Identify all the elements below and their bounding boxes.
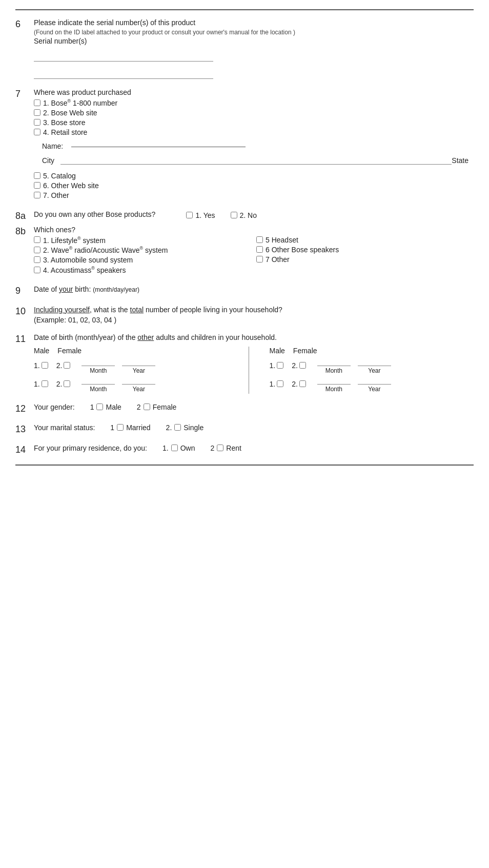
q11-left: Male Female 1. 2. Month [34,347,249,394]
q11-l-r1-f-checkbox[interactable] [64,362,70,369]
q11-r-r1-month-area: Month [317,357,351,374]
q14-rent-checkbox[interactable] [217,445,223,451]
q11-r-r1-f-checkbox[interactable] [299,362,306,369]
q11-r-r2-year-area: Year [358,375,391,393]
q11-title: Date of birth (month/year) of the other … [34,333,474,341]
q7-checkbox-6[interactable] [34,182,40,189]
q13-married-checkbox[interactable] [117,424,124,431]
section-7: 7 Where was product purchased 1. Bose® 1… [15,88,474,201]
q7-option-3-label: 3. Bose store [43,118,86,127]
q11-right-row2: 1. 2. Month Year [270,375,474,393]
q11-l-r2-year-input[interactable] [122,375,155,385]
q9-title-underline: your [59,285,73,293]
q8b-content: Which ones? 1. Lifestyle® system 2. Wave… [34,226,474,276]
serial-input-1[interactable] [34,50,213,62]
q14-title: For your primary residence, do you: [34,444,147,452]
q8b-title: Which ones? [34,226,474,234]
q12-female-label: Female [153,403,177,411]
q8b-checkbox-5[interactable] [256,236,263,243]
q8b-opt-7: 7 Other [256,255,474,264]
q10-number: 10 [15,306,34,324]
q7-option-6-label: 6. Other Web site [43,181,99,190]
q11-left-row2: 1. 2. Month Year [34,375,238,393]
q8b-checkbox-3[interactable] [34,256,40,263]
q11-l-r1-month-area: Month [82,357,115,374]
q8b-opt-4-label: 4. Acoustimass® speakers [43,266,126,274]
q13-married-label: Married [126,423,150,432]
q7-checkbox-1[interactable] [34,99,40,106]
q13-row: Your marital status: 1 Married 2. Single [34,423,474,432]
q8b-checkbox-6[interactable] [256,246,263,253]
q7-option-5-label: 5. Catalog [43,172,76,180]
q12-female-checkbox[interactable] [144,403,150,410]
section-8a: 8a Do you own any other Bose products? 1… [15,210,474,221]
q11-r-r1-year-area: Year [358,357,391,374]
section-6: 6 Please indicate the serial number(s) o… [15,18,474,79]
q7-option-1-label: 1. Bose® 1-800 number [43,98,117,107]
q6-subtitle: (Found on the ID label attached to your … [34,29,474,36]
q13-single-num: 2. [166,423,172,432]
q11-l-r1-m-checkbox[interactable] [42,362,48,369]
q11-l-r2-month-input[interactable] [82,375,115,385]
q11-r-r2-f-checkbox[interactable] [299,380,306,387]
q11-r-r2-year-input[interactable] [358,375,391,385]
q10-title: Including yourself, what is the total nu… [34,306,474,314]
q7-option-3: 3. Bose store [34,118,474,127]
q11-r-r1-female: 2. [292,361,306,370]
q7-name-input[interactable] [71,138,246,147]
q11-l-r2-year-area: Year [122,375,155,393]
q14-own-checkbox[interactable] [171,445,178,451]
q9-title-prefix: Date of [34,285,59,293]
q7-option-2-label: 2. Bose Web site [43,109,97,117]
q12-row: Your gender: 1 Male 2 Female [34,403,474,411]
q10-including: Including yourself, [34,306,92,314]
q11-left-female-label: Female [57,347,82,355]
q11-l-r2-month-label: Month [82,386,115,393]
q7-city-input[interactable] [60,154,452,165]
q7-checkbox-5[interactable] [34,172,40,179]
q7-option-6: 6. Other Web site [34,181,474,190]
q8b-opt-5: 5 Headset [256,236,474,244]
q7-checkbox-2[interactable] [34,109,40,116]
section-10: 10 Including yourself, what is the total… [15,306,474,324]
q7-option-4-label: 4. Retail store [43,128,87,136]
q12-male-num: 1 [90,403,94,411]
q7-title: Where was product purchased [34,88,474,96]
q11-l-r2-f-checkbox[interactable] [64,380,70,387]
q11-l-r1-m-num: 1. [34,361,40,370]
serial-row-1 [34,50,474,62]
q8b-checkbox-2[interactable] [34,247,40,253]
q11-l-r1-year-input[interactable] [122,357,155,366]
q8b-checkbox-4[interactable] [34,267,40,273]
q9-title-suffix: birth: (month/day/year) [73,285,139,293]
q11-l-r2-m-num: 1. [34,380,40,388]
q8a-yes-checkbox[interactable] [186,212,193,218]
q8b-num-label: 8b [15,226,26,236]
serial-input-2[interactable] [34,68,213,79]
q13-single-checkbox[interactable] [174,424,181,431]
q12-male-option: 1 Male [90,403,121,411]
q11-l-r1-month-input[interactable] [82,357,115,366]
q11-r-r1-year-input[interactable] [358,357,391,366]
q8b-checkbox-1[interactable] [34,236,40,243]
q8b-checkbox-7[interactable] [256,256,263,263]
q8b-col2: 5 Headset 6 Other Bose speakers 7 Other [251,236,474,276]
top-divider [15,9,474,10]
q11-r-r1-m-checkbox[interactable] [277,362,283,369]
q7-checkbox-3[interactable] [34,119,40,126]
q11-l-r2-m-checkbox[interactable] [42,380,48,387]
q8a-no-checkbox[interactable] [231,212,237,218]
q8a-yes-option: 1. Yes [186,211,215,219]
q8b-opt-1: 1. Lifestyle® system [34,236,251,245]
q7-checkbox-4[interactable] [34,129,40,135]
q6-serial-label: Serial number(s) [34,37,474,45]
q11-r-r1-month-input[interactable] [317,357,351,366]
q12-male-checkbox[interactable] [96,403,103,410]
q12-title: Your gender: [34,403,75,411]
q7-checkbox-7[interactable] [34,192,40,198]
q11-r-r2-m-checkbox[interactable] [277,380,283,387]
q12-content: Your gender: 1 Male 2 Female [34,403,474,414]
q7-option-1: 1. Bose® 1-800 number [34,98,474,107]
q14-own-option: 1. Own [162,444,195,452]
q11-r-r2-month-input[interactable] [317,375,351,385]
